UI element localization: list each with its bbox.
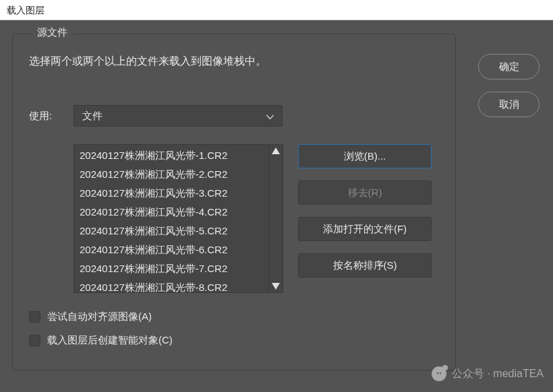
- cancel-button[interactable]: 取消: [478, 92, 540, 117]
- listbox-scrollbar[interactable]: [268, 145, 283, 292]
- file-listbox-wrap: 20240127株洲湘江风光带-1.CR2 20240127株洲湘江风光带-2.…: [74, 144, 283, 293]
- watermark-text: 公众号 · mediaTEA: [452, 367, 544, 381]
- smart-object-checkbox[interactable]: [29, 335, 40, 346]
- watermark: 公众号 · mediaTEA: [432, 366, 544, 381]
- auto-align-checkbox[interactable]: [29, 311, 40, 323]
- list-item[interactable]: 20240127株洲湘江风光带-4.CR2: [74, 203, 268, 222]
- browse-button[interactable]: 浏览(B)...: [298, 144, 432, 168]
- wechat-icon: [432, 366, 446, 381]
- smart-object-checkbox-row[interactable]: 载入图层后创建智能对象(C): [29, 334, 439, 347]
- dialog-side-buttons: 确定 取消: [478, 54, 540, 117]
- sort-by-name-button[interactable]: 按名称排序(S): [298, 253, 432, 277]
- svg-point-0: [437, 372, 438, 374]
- list-item[interactable]: 20240127株洲湘江风光带-2.CR2: [74, 165, 268, 184]
- ok-button-label: 确定: [499, 61, 519, 73]
- list-item[interactable]: 20240127株洲湘江风光带-5.CR2: [74, 222, 268, 240]
- add-open-files-button[interactable]: 添加打开的文件(F): [298, 217, 432, 241]
- scroll-up-icon[interactable]: [272, 148, 280, 154]
- list-item[interactable]: 20240127株洲湘江风光带-8.CR2: [74, 278, 268, 292]
- dialog-content: 源文件 选择两个或两个以上的文件来载入到图像堆栈中。 使用: 文件 202401…: [0, 20, 553, 392]
- source-files-fieldset: 源文件 选择两个或两个以上的文件来载入到图像堆栈中。 使用: 文件 202401…: [12, 34, 456, 370]
- window-title: 载入图层: [7, 5, 45, 15]
- list-item[interactable]: 20240127株洲湘江风光带-7.CR2: [74, 259, 268, 278]
- remove-button[interactable]: 移去(R): [298, 181, 432, 205]
- browse-button-label: 浏览(B)...: [344, 150, 386, 163]
- ok-button[interactable]: 确定: [478, 54, 540, 79]
- list-item[interactable]: 20240127株洲湘江风光带-6.CR2: [74, 240, 268, 259]
- window-titlebar: 载入图层: [0, 0, 553, 20]
- instruction-text: 选择两个或两个以上的文件来载入到图像堆栈中。: [29, 55, 439, 69]
- chevron-down-icon: [266, 110, 274, 122]
- remove-button-label: 移去(R): [348, 187, 382, 199]
- list-item[interactable]: 20240127株洲湘江风光带-1.CR2: [74, 146, 268, 165]
- file-listbox[interactable]: 20240127株洲湘江风光带-1.CR2 20240127株洲湘江风光带-2.…: [74, 145, 268, 292]
- use-select[interactable]: 文件: [74, 105, 283, 127]
- scroll-down-icon[interactable]: [272, 283, 280, 290]
- add-open-files-label: 添加打开的文件(F): [323, 223, 407, 236]
- smart-object-label: 载入图层后创建智能对象(C): [47, 334, 173, 347]
- fieldset-legend: 源文件: [32, 26, 73, 39]
- list-item[interactable]: 20240127株洲湘江风光带-3.CR2: [74, 184, 268, 203]
- files-and-actions: 20240127株洲湘江风光带-1.CR2 20240127株洲湘江风光带-2.…: [29, 144, 439, 293]
- svg-point-1: [440, 372, 441, 374]
- use-row: 使用: 文件: [29, 105, 439, 127]
- auto-align-label: 尝试自动对齐源图像(A): [47, 311, 152, 323]
- cancel-button-label: 取消: [499, 98, 519, 111]
- checkbox-group: 尝试自动对齐源图像(A) 载入图层后创建智能对象(C): [29, 311, 439, 347]
- file-action-buttons: 浏览(B)... 移去(R) 添加打开的文件(F) 按名称排序(S): [298, 144, 432, 293]
- auto-align-checkbox-row[interactable]: 尝试自动对齐源图像(A): [29, 311, 439, 323]
- sort-by-name-label: 按名称排序(S): [333, 259, 397, 272]
- use-label: 使用:: [29, 110, 74, 123]
- use-select-value: 文件: [82, 110, 103, 123]
